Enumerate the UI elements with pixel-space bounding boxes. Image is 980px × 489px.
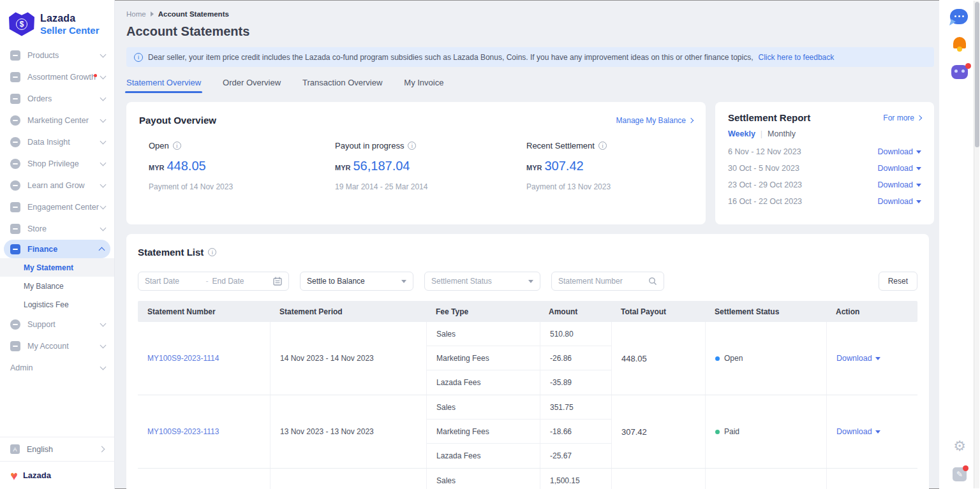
store-icon [10, 224, 20, 234]
sidebar-item-my-account[interactable]: My Account [0, 335, 114, 357]
assistant-bot-button[interactable] [950, 65, 969, 84]
chevron-down-icon [528, 280, 533, 283]
start-date-placeholder: Start Date [145, 277, 202, 286]
total-payout-cell: 448.05 [611, 322, 705, 395]
sidebar-item-orders[interactable]: Orders [0, 88, 114, 110]
sidebar-item-label: Engagement Center [27, 203, 101, 212]
settle-to-balance-select[interactable]: Settle to Balance [300, 272, 413, 291]
sidebar-item-label: Admin [10, 363, 101, 372]
settlement-report-row: 23 Oct - 29 Oct 2023Download [728, 177, 921, 193]
report-period: 6 Nov - 12 Nov 2023 [728, 147, 801, 156]
scrollbar-thumb[interactable] [975, 2, 979, 147]
sidebar-nav: ProductsAssortment GrowthOrdersMarketing… [0, 45, 114, 379]
sidebar-subitem-my-balance[interactable]: My Balance [0, 277, 114, 295]
end-date-placeholder: End Date [212, 277, 270, 286]
tab-statement-overview[interactable]: Statement Overview [126, 78, 201, 93]
column-header-amount: Amount [539, 307, 611, 316]
download-link[interactable]: Download [877, 147, 921, 156]
column-header-statement-number: Statement Number [138, 307, 270, 316]
feedback-edit-button[interactable] [953, 467, 967, 481]
for-more-link[interactable]: For more [883, 113, 921, 122]
download-link[interactable]: Download [877, 164, 921, 173]
status-label: Open [724, 354, 743, 363]
sidebar-item-label: Assortment Growth [27, 73, 96, 82]
fee-amount: -35.89 [540, 370, 611, 395]
sidebar-item-data-insight[interactable]: Data Insight [0, 131, 114, 153]
date-range-picker[interactable]: Start Date - End Date [138, 272, 289, 291]
statement-number-link[interactable]: MY100S9-2023-1114 [147, 354, 219, 363]
sidebar-item-shop-privilege[interactable]: Shop Privilege [0, 153, 114, 175]
sidebar-item-store[interactable]: Store [0, 218, 114, 240]
status-dot [715, 430, 720, 434]
chevron-up-icon [99, 247, 105, 254]
column-header-settlement-status: Settlement Status [705, 307, 826, 316]
fee-line: Sales351.75 [427, 395, 611, 420]
settlement-tab-monthly[interactable]: Monthly [768, 129, 796, 138]
metric-label: Open [149, 141, 335, 150]
sidebar-subitem-logistics-fee[interactable]: Logistics Fee [0, 295, 114, 314]
fee-amount: -26.86 [540, 346, 611, 370]
payout-overview-title: Payout Overview [139, 115, 216, 126]
breadcrumb-home[interactable]: Home [126, 10, 146, 18]
total-payout-value: 448.05 [621, 354, 647, 363]
chevron-down-icon [100, 321, 107, 327]
manage-my-balance-link[interactable]: Manage My Balance [616, 116, 693, 125]
chevron-down-icon [100, 160, 107, 166]
fee-breakdown-cell: Sales510.80Marketing Fees-26.86Lazada Fe… [426, 322, 611, 395]
tab-transaction-overview[interactable]: Transaction Overview [302, 78, 382, 93]
settlement-report-title: Settlement Report [728, 112, 810, 123]
sidebar-item-support[interactable]: Support [0, 314, 114, 335]
sidebar-item-engagement-center[interactable]: Engagement Center [0, 196, 114, 218]
sidebar-item-assortment-growth[interactable]: Assortment Growth [0, 66, 114, 88]
sidebar-item-learn-and-grow[interactable]: Learn and Grow [0, 175, 114, 196]
statement-number-input[interactable]: Statement Number [551, 272, 664, 291]
payout-metric-open: OpenMYR448.05Payment of 14 Nov 2023 [149, 141, 335, 191]
download-link[interactable]: Download [877, 197, 921, 206]
metric-label: Payout in progress [335, 141, 526, 150]
sidebar-item-label: Store [27, 224, 101, 233]
seller-center-logo[interactable]: $ Lazada Seller Center [0, 0, 114, 40]
statement-table: Statement NumberStatement PeriodFee Type… [138, 301, 917, 489]
fee-type: Marketing Fees [427, 420, 540, 443]
sidebar-item-finance[interactable]: Finance [4, 240, 110, 258]
metric-value: MYR56,187.04 [335, 159, 526, 173]
statement-number-link[interactable]: MY100S9-2023-1113 [147, 427, 219, 436]
download-link[interactable]: Download [836, 354, 880, 363]
chevron-down-icon [100, 364, 107, 370]
sidebar-item-label: Products [27, 51, 101, 60]
info-icon [208, 248, 216, 256]
tab-my-invoice[interactable]: My Invoice [404, 78, 443, 93]
chat-button[interactable] [950, 9, 969, 28]
sidebar-item-products[interactable]: Products [0, 45, 114, 66]
fee-amount: 1,500.15 [540, 469, 611, 489]
language-selector[interactable]: A English [0, 437, 114, 461]
download-link[interactable]: Download [877, 180, 921, 189]
my-account-icon [10, 341, 20, 351]
settlement-tab-weekly[interactable]: Weekly [728, 129, 755, 138]
notifications-button[interactable] [950, 37, 969, 56]
sidebar-subitem-my-statement[interactable]: My Statement [0, 258, 114, 277]
main-content: Home Account Statements Account Statemen… [115, 0, 939, 489]
scrollbar[interactable] [974, 1, 979, 488]
metric-value: MYR307.42 [526, 159, 693, 173]
fee-type: Sales [427, 395, 540, 419]
download-label: Download [877, 197, 913, 206]
chevron-down-icon [916, 167, 921, 170]
feedback-link[interactable]: Click here to feedback [759, 53, 835, 62]
reset-button[interactable]: Reset [879, 272, 917, 291]
download-label: Download [877, 147, 913, 156]
sidebar-item-label: Shop Privilege [27, 159, 101, 168]
settlement-report-row: 6 Nov - 12 Nov 2023Download [728, 143, 921, 160]
statement-period-cell: 14 Nov 2023 - 14 Nov 2023 [270, 322, 426, 395]
tab-order-overview[interactable]: Order Overview [223, 78, 281, 93]
metric-label-text: Recent Settlement [526, 141, 595, 150]
settings-button[interactable] [953, 439, 967, 453]
download-link[interactable]: Download [836, 427, 880, 436]
fee-line: Marketing Fees-18.66 [427, 420, 611, 444]
statement-number-cell: MY100S9-2023-1113 [138, 395, 270, 468]
sidebar-item-marketing-center[interactable]: Marketing Center [0, 110, 114, 131]
lazada-shield-icon: $ [9, 12, 34, 36]
total-payout-value: 307.42 [621, 427, 647, 437]
settlement-status-select[interactable]: Settlement Status [424, 272, 540, 291]
sidebar-item-admin[interactable]: Admin [0, 357, 114, 379]
